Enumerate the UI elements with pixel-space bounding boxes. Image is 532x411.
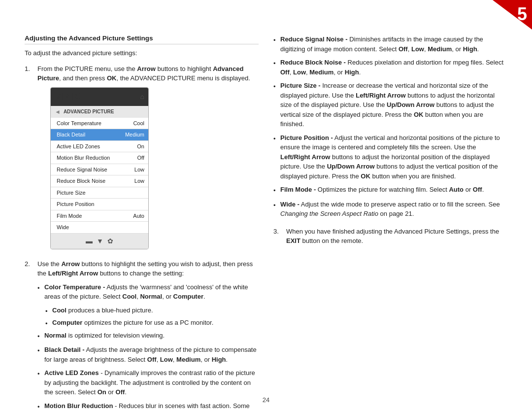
sub-bullet-cool-text: Cool produces a blue-hued picture.	[52, 306, 153, 316]
bullet-color-temp-text: Color Temperature - Adjusts the 'warmnes…	[44, 282, 259, 302]
row-val-color-temp: Cool	[133, 119, 144, 128]
step-3: 3. When you have finished adjusting the …	[273, 227, 507, 246]
bullet-black-detail: • Black Detail - Adjusts the average bri…	[37, 345, 259, 364]
step-2: 2. Use the Arrow buttons to highlight th…	[25, 259, 259, 411]
row-label-black-detail: Black Detail	[57, 131, 85, 139]
sub-settings-list: • Color Temperature - Adjusts the 'warmn…	[37, 282, 259, 302]
intro-text: To adjust the advanced picture settings:	[25, 48, 259, 58]
menu-icon: ▬	[86, 236, 93, 246]
bullet-normal-text: Normal is optimized for television viewi…	[44, 331, 165, 342]
sub-bullet-computer-text: Computer optimizes the picture for use a…	[52, 318, 213, 329]
bullet-dot-film: •	[273, 186, 277, 196]
row-label-block-noise: Reduce Block Noise	[57, 177, 105, 185]
tv-menu-row-motion-blur: Motion Blur Reduction Off	[51, 152, 148, 164]
bullet-dot-position: •	[273, 134, 277, 181]
left-column: Adjusting the Advanced Picture Settings …	[25, 34, 259, 391]
row-val-film-mode: Auto	[133, 212, 144, 220]
bullet-picture-size: • Picture Size - Increase or decrease th…	[273, 81, 507, 129]
back-icon: ◄	[55, 107, 61, 116]
page-footer: 24	[0, 396, 532, 404]
bullet-dot-normal: •	[37, 332, 41, 342]
page-number: 5	[517, 4, 527, 25]
row-label-film-mode: Film Mode	[57, 212, 82, 220]
bullet-film-mode: • Film Mode - Optimizes the picture for …	[273, 185, 507, 196]
bullet-normal: • Normal is optimized for television vie…	[37, 331, 259, 342]
tv-menu-row-led-zones: Active LED Zones On	[51, 141, 148, 153]
tv-menu-row-black-detail: Black Detail Medium	[51, 129, 148, 141]
step-3-number: 3.	[273, 227, 282, 246]
settings-icon: ✿	[107, 236, 113, 246]
bullet-film-mode-text: Film Mode - Optimizes the picture for wa…	[280, 185, 484, 196]
tv-menu: VIZIO ⌂ ◄ ADVANCED PICTURE Color Tempera…	[50, 87, 149, 249]
right-bullet-list: • Reduce Signal Noise - Diminishes artif…	[273, 34, 507, 219]
home-icon: ⌂	[140, 92, 144, 102]
bullet-dot-led: •	[37, 369, 41, 397]
row-label-color-temp: Color Temperature	[57, 119, 101, 128]
row-val-signal-noise: Low	[134, 166, 144, 174]
step-1: 1. From the PICTURE menu, use the Arrow …	[25, 64, 259, 253]
bullet-dot: •	[37, 283, 41, 302]
step-1-number: 1.	[25, 64, 33, 253]
tv-menu-row-signal-noise: Reduce Signal Noise Low	[51, 164, 148, 176]
sub-bullet-cool: • Cool produces a blue-hued picture.	[45, 306, 259, 316]
tv-menu-header: VIZIO ⌂	[51, 88, 148, 106]
step-3-content: When you have finished adjusting the Adv…	[286, 227, 507, 246]
section-heading: Adjusting the Advanced Picture Settings	[25, 34, 259, 44]
bullet-dot-size: •	[273, 82, 277, 129]
footer-page-number: 24	[263, 396, 269, 404]
bullet-picture-size-text: Picture Size - Increase or decrease the …	[280, 81, 507, 129]
row-label-signal-noise: Reduce Signal Noise	[57, 166, 107, 174]
vizio-logo: VIZIO	[55, 90, 83, 103]
step-2-number: 2.	[25, 259, 33, 411]
bullet-wide-text: Wide - Adjust the wide mode to preserve …	[280, 200, 507, 219]
bullet-active-led-text: Active LED Zones - Dynamically improves …	[44, 368, 259, 397]
right-column: • Reduce Signal Noise - Diminishes artif…	[273, 34, 507, 391]
tv-menu-footer: ▬ ▼ ✿	[51, 234, 148, 249]
sub-bullet-computer: • Computer optimizes the picture for use…	[45, 318, 259, 329]
bullet-reduce-block-text: Reduce Block Noise - Reduces pixelation …	[280, 58, 507, 77]
row-val-led-zones: On	[137, 142, 144, 151]
bullet-picture-position-text: Picture Position - Adjust the vertical a…	[280, 133, 507, 181]
bullet-reduce-block: • Reduce Block Noise - Reduces pixelatio…	[273, 58, 507, 77]
tv-menu-row-color-temp: Color Temperature Cool	[51, 118, 148, 130]
bullet-black-detail-text: Black Detail - Adjusts the average brigh…	[44, 345, 259, 364]
bullet-active-led: • Active LED Zones - Dynamically improve…	[37, 368, 259, 397]
down-arrow-icon: ▼	[97, 236, 103, 246]
sub-bullet-dot: •	[45, 307, 49, 316]
bullet-picture-position: • Picture Position - Adjust the vertical…	[273, 133, 507, 181]
tv-menu-section-label: ADVANCED PICTURE	[64, 108, 114, 115]
row-label-led-zones: Active LED Zones	[57, 142, 100, 151]
main-content: Adjusting the Advanced Picture Settings …	[25, 34, 507, 391]
sub-bullet-dot-2: •	[45, 319, 49, 329]
bullet-reduce-signal-text: Reduce Signal Noise - Diminishes artifac…	[280, 34, 507, 54]
sub-bullet-list: • Cool produces a blue-hued picture. • C…	[45, 306, 259, 329]
bullet-reduce-signal: • Reduce Signal Noise - Diminishes artif…	[273, 34, 507, 54]
tv-menu-row-film-mode: Film Mode Auto	[51, 210, 148, 222]
tv-menu-title-bar: ◄ ADVANCED PICTURE	[51, 106, 148, 118]
bullet-dot-block: •	[273, 59, 277, 77]
bullet-dot-wide: •	[273, 201, 277, 219]
row-val-motion-blur: Off	[137, 154, 144, 162]
bullet-color-temp: • Color Temperature - Adjusts the 'warmn…	[37, 282, 259, 302]
tv-menu-row-block-noise: Reduce Block Noise Low	[51, 175, 148, 187]
step-2-content: Use the Arrow buttons to highlight the s…	[37, 259, 259, 411]
bullet-dot-signal: •	[273, 35, 277, 54]
step-1-content: From the PICTURE menu, use the Arrow but…	[37, 64, 259, 253]
tv-menu-row-picture-size: Picture Size	[51, 187, 148, 199]
row-val-block-noise: Low	[134, 177, 144, 185]
tv-menu-row-wide: Wide	[51, 222, 148, 234]
bullet-wide: • Wide - Adjust the wide mode to preserv…	[273, 200, 507, 219]
row-val-black-detail: Medium	[125, 131, 144, 139]
bullet-dot-black: •	[37, 346, 41, 364]
page-corner: 5	[493, 0, 532, 30]
row-label-motion-blur: Motion Blur Reduction	[57, 154, 110, 162]
tv-menu-row-picture-pos: Picture Position	[51, 199, 148, 210]
